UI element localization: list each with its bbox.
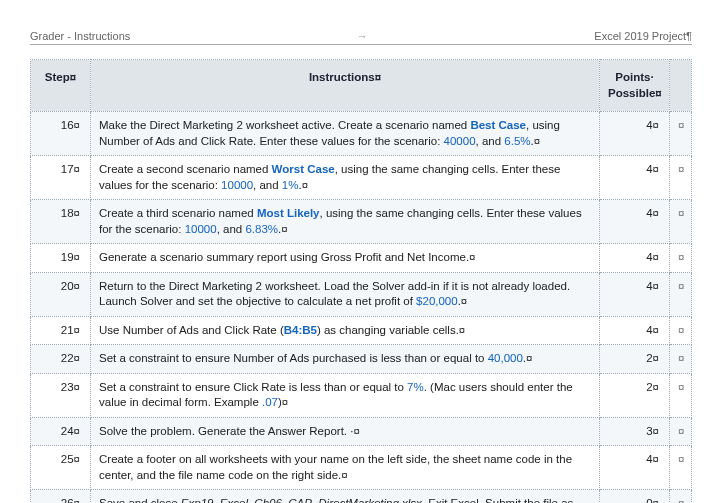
points-cell: 0¤ (600, 490, 670, 503)
points-cell: 4¤ (600, 272, 670, 316)
text-segment: )¤ (278, 396, 288, 408)
text-segment: 1% (282, 179, 299, 191)
step-cell: 20¤ (31, 272, 91, 316)
text-segment: Worst Case (272, 163, 335, 175)
header-center-tab: → (357, 30, 368, 42)
step-cell: 22¤ (31, 345, 91, 374)
table-row: 18¤Create a third scenario named Most Li… (31, 200, 692, 244)
text-segment: 10000 (185, 223, 217, 235)
col-points-header: Points· Possible¤ (600, 60, 670, 112)
text-segment: Generate a scenario summary report using… (99, 251, 475, 263)
document-page: Grader - Instructions → Excel 2019 Proje… (0, 0, 722, 503)
text-segment: 6.5% (504, 135, 530, 147)
step-cell: 19¤ (31, 244, 91, 273)
instructions-table: Step¤ Instructions¤ Points· Possible¤ 16… (30, 59, 692, 503)
page-header: Grader - Instructions → Excel 2019 Proje… (30, 30, 692, 45)
instructions-cell: Create a footer on all worksheets with y… (91, 446, 600, 490)
instructions-cell: Make the Direct Marketing 2 worksheet ac… (91, 112, 600, 156)
points-cell: 2¤ (600, 373, 670, 417)
text-segment: Set a constraint to ensure Number of Ads… (99, 352, 488, 364)
table-row: 16¤Make the Direct Marketing 2 worksheet… (31, 112, 692, 156)
text-segment: .¤ (278, 223, 288, 235)
table-row: 20¤Return to the Direct Marketing 2 work… (31, 272, 692, 316)
row-end-mark-cell: ¤ (670, 417, 692, 446)
text-segment: 40,000 (488, 352, 523, 364)
step-cell: 18¤ (31, 200, 91, 244)
text-segment: Use Number of Ads and Click Rate ( (99, 324, 284, 336)
points-cell: 2¤ (600, 345, 670, 374)
table-row: 19¤Generate a scenario summary report us… (31, 244, 692, 273)
step-cell: 24¤ (31, 417, 91, 446)
text-segment: .¤ (531, 135, 541, 147)
col-instructions-header: Instructions¤ (91, 60, 600, 112)
instructions-cell: Create a second scenario named Worst Cas… (91, 156, 600, 200)
instructions-cell: Create a third scenario named Most Likel… (91, 200, 600, 244)
table-header-row: Step¤ Instructions¤ Points· Possible¤ (31, 60, 692, 112)
text-segment: , and (217, 223, 246, 235)
text-segment: Return to the Direct Marketing 2 workshe… (99, 280, 570, 308)
header-left: Grader - Instructions (30, 30, 130, 42)
step-cell: 23¤ (31, 373, 91, 417)
row-end-mark-cell: ¤ (670, 272, 692, 316)
text-segment: .¤ (458, 295, 468, 307)
table-row: 17¤Create a second scenario named Worst … (31, 156, 692, 200)
text-segment: Create a third scenario named (99, 207, 257, 219)
step-cell: 17¤ (31, 156, 91, 200)
table-row: 22¤Set a constraint to ensure Number of … (31, 345, 692, 374)
row-end-mark-cell: ¤ (670, 446, 692, 490)
text-segment: , and (253, 179, 282, 191)
step-cell: 26¤ (31, 490, 91, 503)
text-segment: Most Likely (257, 207, 320, 219)
text-segment: B4:B5 (284, 324, 317, 336)
header-right: Excel 2019 Project¶ (594, 30, 692, 42)
text-segment: Best Case (470, 119, 526, 131)
text-segment: Make the Direct Marketing 2 worksheet ac… (99, 119, 470, 131)
instructions-cell: Save and close Exp19_Excel_Ch06_CAP_Dire… (91, 490, 600, 503)
instructions-cell: Set a constraint to ensure Click Rate is… (91, 373, 600, 417)
points-cell: 4¤ (600, 112, 670, 156)
points-cell: 4¤ (600, 244, 670, 273)
col-blank-header (670, 60, 692, 112)
text-segment: 7% (407, 381, 424, 393)
text-segment: 10000 (221, 179, 253, 191)
row-end-mark-cell: ¤ (670, 373, 692, 417)
text-segment: Solve the problem. Generate the Answer R… (99, 425, 360, 437)
text-segment: Create a second scenario named (99, 163, 272, 175)
points-cell: 4¤ (600, 200, 670, 244)
row-end-mark-cell: ¤ (670, 200, 692, 244)
text-segment: , and (476, 135, 505, 147)
instructions-cell: Solve the problem. Generate the Answer R… (91, 417, 600, 446)
table-row: 26¤Save and close Exp19_Excel_Ch06_CAP_D… (31, 490, 692, 503)
row-end-mark-cell: ¤ (670, 316, 692, 345)
table-row: 23¤Set a constraint to ensure Click Rate… (31, 373, 692, 417)
text-segment: Exp19_Excel_Ch06_CAP_DirectMarketing.xls… (181, 497, 422, 503)
col-step-header: Step¤ (31, 60, 91, 112)
row-end-mark-cell: ¤ (670, 244, 692, 273)
points-cell: 4¤ (600, 316, 670, 345)
instructions-cell: Generate a scenario summary report using… (91, 244, 600, 273)
points-cell: 4¤ (600, 156, 670, 200)
text-segment: Create a footer on all worksheets with y… (99, 453, 572, 481)
table-row: 25¤Create a footer on all worksheets wit… (31, 446, 692, 490)
text-segment: .¤ (523, 352, 533, 364)
instructions-cell: Set a constraint to ensure Number of Ads… (91, 345, 600, 374)
points-cell: 4¤ (600, 446, 670, 490)
text-segment: 6.83% (245, 223, 278, 235)
instructions-cell: Return to the Direct Marketing 2 workshe… (91, 272, 600, 316)
step-cell: 16¤ (31, 112, 91, 156)
row-end-mark-cell: ¤ (670, 345, 692, 374)
text-segment: Set a constraint to ensure Click Rate is… (99, 381, 407, 393)
text-segment: 40000 (444, 135, 476, 147)
row-end-mark-cell: ¤ (670, 112, 692, 156)
step-cell: 25¤ (31, 446, 91, 490)
table-row: 21¤Use Number of Ads and Click Rate (B4:… (31, 316, 692, 345)
instructions-cell: Use Number of Ads and Click Rate (B4:B5)… (91, 316, 600, 345)
table-row: 24¤Solve the problem. Generate the Answe… (31, 417, 692, 446)
points-cell: 3¤ (600, 417, 670, 446)
text-segment: Save and close (99, 497, 181, 503)
text-segment: .¤ (298, 179, 308, 191)
step-cell: 21¤ (31, 316, 91, 345)
row-end-mark-cell: ¤ (670, 490, 692, 503)
table-body: 16¤Make the Direct Marketing 2 worksheet… (31, 112, 692, 503)
text-segment: ) as changing variable cells.¤ (317, 324, 465, 336)
